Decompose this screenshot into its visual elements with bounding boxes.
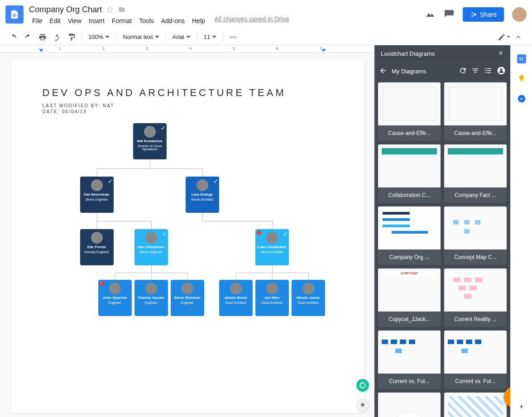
header-right: Share (425, 7, 527, 22)
org-node[interactable]: ✓ Kat Neverdean Senior Engineer (80, 177, 114, 213)
diagram-thumbnail (378, 206, 441, 249)
explore-button[interactable] (356, 399, 369, 412)
hide-side-panel-icon[interactable] (517, 403, 526, 412)
diagram-label: Cause-and-Effe... (444, 125, 507, 141)
panel-body[interactable]: Cause-and-Effe...Cause-and-Effe...Collab… (374, 81, 510, 417)
diagram-card[interactable]: Current Reality ... (444, 268, 507, 327)
undo-button[interactable] (7, 31, 20, 43)
check-icon: ✓ (161, 125, 165, 129)
comments-icon[interactable] (444, 9, 455, 20)
ruler-tick: 7 (320, 46, 322, 51)
format-paint-button[interactable] (65, 31, 78, 43)
menu-help[interactable]: Help (189, 15, 208, 26)
diagram-card[interactable] (444, 393, 507, 417)
style-select[interactable]: Normal text (120, 32, 162, 42)
page-date: DATE: 06/04/19 (43, 109, 332, 114)
tasks-icon[interactable] (517, 94, 526, 103)
docs-logo-icon[interactable] (5, 5, 24, 24)
refresh-icon[interactable] (459, 67, 467, 76)
toolbar: 100% Normal text Arial 11 (0, 29, 532, 45)
diagram-label: Company Fact ... (444, 187, 507, 203)
org-node[interactable]: Elle Forest Security Engineer (80, 229, 114, 265)
menu-file[interactable]: File (29, 15, 46, 26)
org-node[interactable]: Illinois Jones Cloud Architect (292, 280, 325, 316)
ruler-indent-left[interactable] (39, 49, 43, 52)
diagram-card[interactable]: Copycat_JJack... (378, 268, 441, 327)
account-icon[interactable] (497, 66, 506, 77)
spellcheck-button[interactable] (51, 31, 63, 43)
org-node[interactable]: ! John Sparrow Engineer (98, 280, 132, 316)
org-chart-diagram[interactable]: ✓ Nat Romanova Director of Cloud Operati… (34, 123, 305, 322)
menu-edit[interactable]: Edit (47, 15, 64, 26)
svg-rect-2 (13, 17, 15, 17)
document-page[interactable]: DEV OPS AND ARCHITECTURE TEAM LAST MODIF… (11, 60, 364, 413)
star-icon[interactable] (106, 6, 114, 13)
document-title[interactable]: Company Org Chart (29, 5, 102, 14)
org-node[interactable]: Charles Xander Engineer (134, 280, 168, 316)
menu-tools[interactable]: Tools (136, 15, 157, 26)
diagram-card[interactable] (378, 393, 441, 417)
org-node-root[interactable]: ✓ Nat Romanova Director of Cloud Operati… (133, 123, 167, 159)
back-icon[interactable] (379, 67, 387, 76)
menu-insert[interactable]: Insert (86, 15, 108, 26)
svg-point-4 (233, 36, 234, 38)
ruler[interactable]: 1 2 3 4 5 6 7 (0, 45, 374, 53)
svg-point-7 (500, 68, 503, 71)
menu-view[interactable]: View (65, 15, 85, 26)
ruler-tick: 6 (276, 46, 278, 51)
org-node[interactable]: ! ✓ Luke Landwalker Senior Architect (255, 229, 289, 265)
diagram-card[interactable]: Current vs. Fut... (378, 331, 441, 389)
font-size-select[interactable]: 11 (201, 32, 219, 42)
redo-button[interactable] (22, 31, 34, 43)
diagram-label: Current vs. Fut... (444, 374, 507, 389)
font-select[interactable]: Arial (170, 32, 193, 42)
diagram-thumbnail (378, 268, 441, 312)
zoom-select[interactable]: 100% (86, 32, 112, 42)
editing-mode-button[interactable] (498, 31, 510, 43)
diagram-card[interactable]: Current vs. Fut... (444, 331, 507, 389)
menu-addons[interactable]: Add-ons (158, 15, 188, 26)
svg-rect-1 (13, 15, 16, 16)
org-node[interactable]: Steve Richards Engineer (171, 280, 204, 316)
menu-format[interactable]: Format (109, 15, 135, 26)
diagram-card[interactable]: Company Fact ... (444, 144, 507, 203)
user-avatar[interactable] (512, 7, 527, 22)
diagram-thumbnail (444, 268, 507, 312)
diagram-label: Concept Map C... (444, 249, 507, 265)
diagram-thumbnail (444, 393, 507, 417)
move-folder-icon[interactable] (118, 6, 125, 13)
diagram-thumbnail (444, 206, 507, 249)
diagram-label: Collaboration C... (378, 187, 441, 203)
org-node[interactable]: ✓ Lara Grange Senior Architect (186, 177, 219, 213)
org-node[interactable]: Jon Rain Cloud Architect (255, 280, 289, 316)
more-button[interactable] (227, 31, 240, 43)
diagram-card[interactable]: Collaboration C... (378, 144, 441, 203)
diagram-card[interactable]: Company Org ... (378, 206, 441, 265)
activity-icon[interactable] (425, 9, 436, 20)
ruler-tick: 5 (233, 46, 235, 51)
close-icon[interactable] (498, 50, 504, 58)
calendar-icon[interactable]: 31 (517, 54, 526, 63)
diagram-card[interactable]: Cause-and-Effe... (444, 82, 507, 141)
warn-icon: ! (100, 281, 104, 286)
diagram-thumbnail (378, 393, 441, 417)
diagram-thumbnail (378, 144, 441, 187)
print-button[interactable] (36, 31, 49, 43)
panel-subtitle: My Diagrams (392, 68, 454, 75)
ruler-indent-right[interactable] (321, 49, 326, 52)
diagram-card[interactable]: Concept Map C... (444, 206, 507, 265)
list-view-icon[interactable] (484, 67, 492, 76)
keep-icon[interactable] (517, 74, 526, 83)
share-button[interactable]: Share (463, 7, 504, 22)
grammarly-icon[interactable] (356, 379, 369, 392)
ruler-tick: 2 (102, 46, 105, 51)
page-modified: LAST MODIFIED BY: NAT (43, 103, 332, 108)
ruler-tick: 1 (59, 46, 61, 51)
panel-header: Lucidchart Diagrams (374, 45, 510, 62)
diagram-card[interactable]: Cause-and-Effe... (378, 82, 441, 141)
org-node[interactable]: James Blond Cloud Architect (219, 280, 253, 316)
org-node[interactable]: ✓ Dani Stormborn Senior Engineer (134, 229, 168, 265)
hide-menus-button[interactable] (512, 31, 525, 43)
sort-icon[interactable] (471, 67, 479, 76)
save-status[interactable]: All changes saved in Drive (215, 15, 289, 26)
